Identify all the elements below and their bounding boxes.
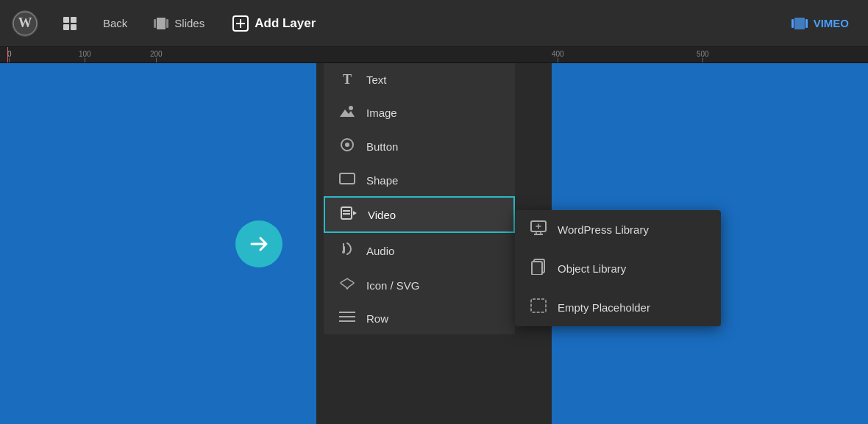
svg-point-15 <box>345 143 349 147</box>
svg-rect-11 <box>805 19 808 28</box>
video-icon <box>340 206 357 223</box>
submenu-item-wordpress-library[interactable]: WordPress Library <box>515 210 721 248</box>
dropdown-item-image[interactable]: Image <box>324 96 515 129</box>
image-icon <box>338 105 356 120</box>
add-layer-icon <box>232 15 249 32</box>
row-label: Row <box>366 312 388 325</box>
back-label: Back <box>103 17 127 29</box>
shape-label: Shape <box>366 174 398 187</box>
vimeo-button[interactable]: VIMEO <box>781 11 859 35</box>
svg-point-21 <box>342 251 345 254</box>
dropdown-item-button[interactable]: Button <box>324 129 515 164</box>
audio-label: Audio <box>366 245 394 257</box>
svg-point-13 <box>349 106 353 110</box>
svg-rect-10 <box>794 18 805 29</box>
dropdown-item-video[interactable]: Video <box>324 196 515 233</box>
dropdown-item-row[interactable]: Row <box>324 302 515 334</box>
arrow-circle[interactable] <box>235 220 282 267</box>
slides-icon <box>154 18 168 29</box>
button-label: Button <box>366 140 398 153</box>
shape-icon <box>338 173 356 187</box>
ruler-mark-0: 0 <box>7 50 12 62</box>
ruler-mark-100: 100 <box>79 50 91 62</box>
ruler: 0 100 200 400 500 <box>0 47 868 63</box>
dropdown-item-audio[interactable]: Audio <box>324 233 515 268</box>
submenu-item-empty-placeholder[interactable]: Empty Placeholder <box>515 288 721 326</box>
empty-placeholder-label: Empty Placeholder <box>558 301 650 314</box>
ruler-mark-500: 500 <box>697 50 709 62</box>
dropdown-item-shape[interactable]: Shape <box>324 164 515 196</box>
vimeo-label: VIMEO <box>814 17 849 29</box>
back-button[interactable]: Back <box>93 11 138 35</box>
vimeo-icon <box>791 18 808 29</box>
video-submenu: WordPress Library Object Library Empty P… <box>515 210 721 326</box>
wordpress-library-label: WordPress Library <box>558 223 649 236</box>
icon-svg-icon <box>338 277 356 293</box>
add-layer-button[interactable]: Add Layer <box>221 10 327 37</box>
slides-label: Slides <box>174 17 204 29</box>
toolbar: W Back Slides Add Layer <box>0 0 868 47</box>
text-label: Text <box>366 73 387 86</box>
svg-marker-20 <box>353 211 357 215</box>
text-icon: T <box>338 72 356 87</box>
object-library-label: Object Library <box>558 262 626 275</box>
object-library-icon <box>530 259 547 278</box>
submenu-item-object-library[interactable]: Object Library <box>515 248 721 288</box>
audio-icon <box>338 242 356 259</box>
wordpress-logo[interactable]: W <box>9 7 41 40</box>
dropdown-item-icon-svg[interactable]: Icon / SVG <box>324 268 515 302</box>
svg-rect-9 <box>791 19 794 28</box>
grid-icon <box>63 17 77 30</box>
canvas-area: T Text Image Button <box>0 63 868 424</box>
svg-rect-18 <box>343 210 350 212</box>
svg-rect-5 <box>166 19 168 28</box>
grid-button[interactable] <box>53 11 87 36</box>
svg-rect-19 <box>343 213 350 215</box>
video-label: Video <box>368 209 396 221</box>
ruler-mark-400: 400 <box>552 50 564 62</box>
empty-placeholder-icon <box>530 298 547 316</box>
svg-text:W: W <box>18 15 32 30</box>
svg-rect-30 <box>531 299 546 312</box>
arrow-right-icon <box>247 232 271 256</box>
row-icon <box>338 311 356 326</box>
ruler-mark-200: 200 <box>150 50 163 62</box>
image-label: Image <box>366 107 397 119</box>
icon-svg-label: Icon / SVG <box>366 279 420 292</box>
add-layer-label: Add Layer <box>255 16 316 31</box>
slides-button[interactable]: Slides <box>143 11 215 35</box>
button-icon <box>338 137 356 155</box>
add-layer-dropdown: T Text Image Button <box>324 63 515 334</box>
svg-marker-12 <box>340 109 355 117</box>
svg-rect-16 <box>340 173 355 184</box>
wordpress-library-icon <box>530 220 547 238</box>
dropdown-item-text[interactable]: T Text <box>324 63 515 96</box>
svg-rect-4 <box>157 18 166 29</box>
svg-rect-3 <box>154 19 156 28</box>
svg-rect-29 <box>532 262 542 275</box>
